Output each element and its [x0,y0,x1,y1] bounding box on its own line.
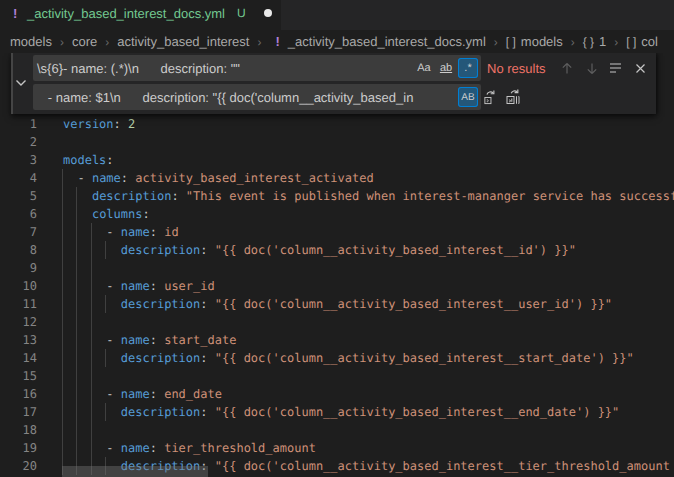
code-line-2[interactable]: 2 [0,133,674,151]
breadcrumb-item[interactable]: models [10,34,52,49]
code-line-5[interactable]: 5 description: "This event is published … [0,187,674,205]
indent-guide [76,421,77,439]
yaml-file-icon: ! [275,34,279,49]
breadcrumb-item[interactable]: [ ]models [506,34,563,49]
match-case-button[interactable]: Aa [414,58,434,78]
symbol-array-icon: [ ] [506,35,516,49]
line-number: 11 [0,295,37,313]
indent-guide [91,313,92,331]
arrow-down-icon [586,62,598,75]
code-line-13[interactable]: 13 - name: start_date [0,331,674,349]
line-number: 9 [0,259,37,277]
code-line-17[interactable]: 17 description: "{{ doc('column__activit… [0,403,674,421]
code-line-14[interactable]: 14 description: "{{ doc('column__activit… [0,349,674,367]
breadcrumb-label: col [641,34,658,49]
unsaved-changes-dot[interactable] [264,9,272,17]
breadcrumb-label: _activity_based_interest_docs.yml [288,34,486,49]
line-number: 1 [0,115,37,133]
code-text: - name: id [63,223,179,241]
breadcrumb-separator: › [494,35,498,49]
git-status-badge: U [237,6,246,20]
breadcrumb-separator: › [571,35,575,49]
line-number: 20 [0,457,37,475]
replace-value-text: - name: $1\n description: "{{ doc('colum… [33,90,458,105]
previous-match-button[interactable] [556,55,578,81]
editor-tab[interactable]: ! _activity_based_interest_docs.yml U [0,0,281,30]
find-replace-widget: \s{6}- name: (.*)\n description: "" Aa a… [11,53,656,114]
line-number: 17 [0,403,37,421]
find-status-label: No results [487,55,546,81]
close-widget-button[interactable] [629,55,651,81]
code-line-9[interactable]: 9 [0,259,674,277]
code-line-3[interactable]: 3models: [0,151,674,169]
code-text: - name: start_date [63,331,236,349]
code-line-1[interactable]: 1version: 2 [0,115,674,133]
editor-pane[interactable]: 1version: 223models:4 - name: activity_b… [0,53,674,477]
line-number: 16 [0,385,37,403]
line-number: 10 [0,277,37,295]
code-line-8[interactable]: 8 description: "{{ doc('column__activity… [0,241,674,259]
find-query-text: \s{6}- name: (.*)\n description: "" [33,61,414,76]
chevron-down-icon [15,79,27,87]
breadcrumb-item[interactable]: activity_based_interest [117,34,249,49]
breadcrumb-label: models [521,34,563,49]
code-line-7[interactable]: 7 - name: id [0,223,674,241]
code-line-16[interactable]: 16 - name: end_date [0,385,674,403]
code-line-15[interactable]: 15 [0,367,674,385]
breadcrumb-label: models [10,34,52,49]
replace-input[interactable]: - name: $1\n description: "{{ doc('colum… [33,84,481,110]
line-number: 19 [0,439,37,457]
code-line-4[interactable]: 4 - name: activity_based_interest_activa… [0,169,674,187]
code-line-11[interactable]: 11 description: "{{ doc('column__activit… [0,295,674,313]
code-text: description: "{{ doc('column__activity_b… [63,295,612,313]
regex-button[interactable]: .* [458,58,478,78]
find-input[interactable]: \s{6}- name: (.*)\n description: "" Aa a… [33,55,481,81]
selection-lines-icon [609,62,622,74]
code-line-6[interactable]: 6 columns: [0,205,674,223]
breadcrumb-item[interactable]: core [72,34,97,49]
indent-guide [62,313,63,331]
replace-all-icon [506,89,522,105]
line-number: 3 [0,151,37,169]
replace-button[interactable] [479,84,501,110]
replace-all-button[interactable] [503,84,525,110]
symbol-array-icon: [ ] [626,35,636,49]
indent-guide [62,259,63,277]
tab-filename: _activity_based_interest_docs.yml [27,6,225,21]
toggle-replace-button[interactable] [13,75,29,91]
next-match-button[interactable] [581,55,603,81]
code-text: columns: [63,205,150,223]
code-line-12[interactable]: 12 [0,313,674,331]
line-number: 12 [0,313,37,331]
breadcrumb-separator: › [105,35,109,49]
symbol-object-icon: { } [583,35,594,49]
code-line-10[interactable]: 10 - name: user_id [0,277,674,295]
breadcrumb-label: 1 [599,34,606,49]
line-number: 5 [0,187,37,205]
breadcrumb-item[interactable]: !_activity_based_interest_docs.yml [269,34,485,49]
whole-word-button[interactable]: ab [436,58,456,78]
code-text: - name: end_date [63,385,222,403]
code-line-19[interactable]: 19 - name: tier_threshold_amount [0,439,674,457]
indent-guide [76,313,77,331]
breadcrumb-separator: › [614,35,618,49]
breadcrumb: models›core›activity_based_interest›!_ac… [0,30,674,53]
arrow-up-icon [561,62,573,75]
breadcrumb-item[interactable]: [ ]col [626,34,658,49]
code-area: 1version: 223models:4 - name: activity_b… [0,115,674,475]
code-text: description: "{{ doc('column__activity_b… [63,349,634,367]
indent-guide [62,367,63,385]
horizontal-scrollbar-slider[interactable] [62,466,208,477]
preserve-case-button[interactable]: AB [458,87,478,107]
line-number: 13 [0,331,37,349]
breadcrumb-separator: › [60,35,64,49]
line-number: 15 [0,367,37,385]
indent-guide [76,259,77,277]
find-in-selection-button[interactable] [604,55,626,81]
code-text: - name: tier_threshold_amount [63,439,316,457]
code-line-18[interactable]: 18 [0,421,674,439]
indent-guide [62,421,63,439]
tab-bar: ! _activity_based_interest_docs.yml U [0,0,674,30]
line-number: 18 [0,421,37,439]
breadcrumb-item[interactable]: { }1 [583,34,607,49]
